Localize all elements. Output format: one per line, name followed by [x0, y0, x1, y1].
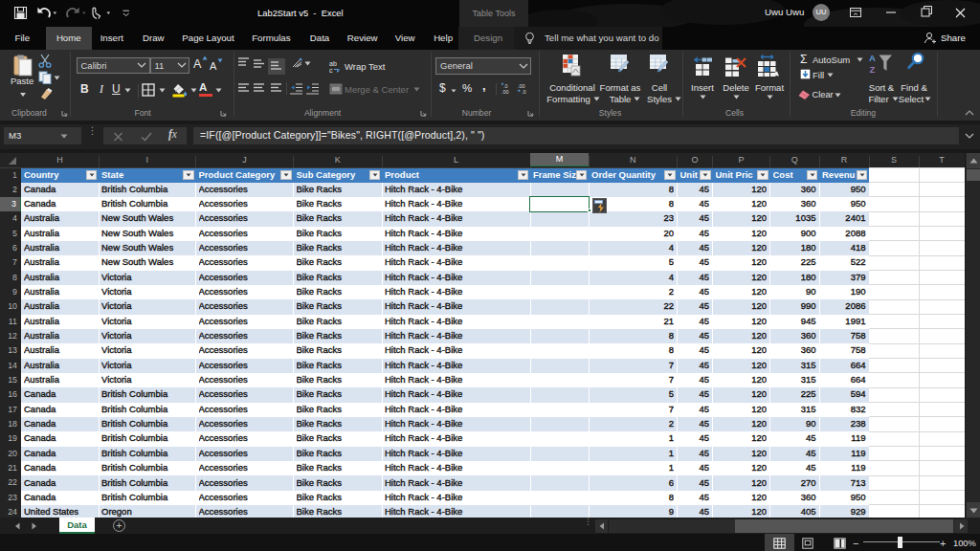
- svg-text:.00: .00: [518, 83, 525, 89]
- svg-text:A: A: [869, 53, 876, 63]
- svg-text:.0: .0: [503, 83, 508, 89]
- svg-text:Z: Z: [870, 64, 876, 74]
- svg-text:c: c: [329, 67, 333, 74]
- svg-text:.0: .0: [522, 89, 526, 95]
- svg-text:.00: .00: [501, 89, 509, 95]
